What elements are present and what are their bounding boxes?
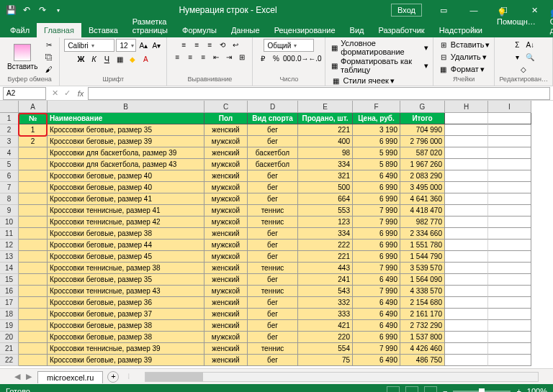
- row-header[interactable]: 6: [0, 170, 19, 182]
- sheet-nav-prev-icon[interactable]: ◀: [14, 372, 20, 381]
- cell-empty[interactable]: [445, 286, 488, 297]
- cell[interactable]: бег: [248, 228, 298, 240]
- tab-formulas[interactable]: Формулы: [175, 23, 224, 37]
- cell[interactable]: бег: [248, 309, 298, 320]
- page-break-view-button[interactable]: [424, 386, 437, 392]
- cell-empty[interactable]: [445, 216, 488, 228]
- cell[interactable]: Кроссовки беговые, размер 38: [48, 320, 204, 332]
- font-name-combo[interactable]: Calibri: [64, 39, 114, 52]
- sheet-tab[interactable]: microexcel.ru: [37, 371, 103, 383]
- cell-empty[interactable]: [488, 113, 531, 124]
- cell[interactable]: 241: [298, 274, 353, 286]
- row-header[interactable]: 16: [0, 286, 19, 297]
- cell-empty[interactable]: [445, 193, 488, 205]
- cell[interactable]: женский: [204, 274, 248, 286]
- zoom-in-button[interactable]: +: [516, 387, 521, 392]
- cell-empty[interactable]: [445, 159, 488, 170]
- column-header[interactable]: D: [248, 101, 298, 113]
- cell[interactable]: 7 990: [353, 263, 400, 274]
- cell[interactable]: 3 539 570: [400, 263, 445, 274]
- cell-empty[interactable]: [488, 136, 531, 147]
- cell[interactable]: 704 990: [400, 124, 445, 136]
- cell-empty[interactable]: [488, 297, 531, 309]
- copy-icon[interactable]: ⿻: [43, 52, 55, 63]
- tab-addins[interactable]: Надстройки: [432, 23, 490, 37]
- merge-icon[interactable]: ⊞: [236, 51, 248, 63]
- cell-empty[interactable]: [488, 170, 531, 182]
- cell-empty[interactable]: [445, 320, 488, 332]
- cell[interactable]: 334: [298, 228, 353, 240]
- cell[interactable]: 2: [19, 136, 48, 147]
- cell[interactable]: 1 551 780: [400, 240, 445, 251]
- ribbon-display-icon[interactable]: ▭: [429, 0, 458, 20]
- cell-empty[interactable]: [445, 355, 488, 366]
- underline-button[interactable]: Ч: [101, 53, 112, 65]
- cell-empty[interactable]: [445, 182, 488, 193]
- cell[interactable]: женский: [204, 263, 248, 274]
- increase-decimal-icon[interactable]: .0→: [296, 53, 307, 64]
- cell[interactable]: теннис: [248, 286, 298, 297]
- cell-empty[interactable]: [445, 309, 488, 320]
- format-cells-button[interactable]: ▦Формат ▾: [438, 63, 485, 75]
- cell[interactable]: 6 990: [353, 228, 400, 240]
- cell[interactable]: Кроссовки беговые, размер 40: [48, 182, 204, 193]
- cell[interactable]: теннис: [248, 343, 298, 355]
- cell-empty[interactable]: [445, 170, 488, 182]
- row-header[interactable]: 18: [0, 309, 19, 320]
- cell[interactable]: мужской: [204, 216, 248, 228]
- cell[interactable]: бег: [248, 355, 298, 366]
- cell-empty[interactable]: [445, 274, 488, 286]
- table-header-cell[interactable]: №: [19, 113, 48, 124]
- sheet-nav-next-icon[interactable]: ▶: [26, 372, 32, 381]
- cell[interactable]: теннис: [248, 205, 298, 216]
- cell[interactable]: 6 990: [353, 251, 400, 263]
- cell-empty[interactable]: [488, 355, 531, 366]
- cell[interactable]: 221: [298, 251, 353, 263]
- formula-input[interactable]: [88, 87, 550, 100]
- cell[interactable]: 400: [298, 136, 353, 147]
- cell[interactable]: Кроссовки беговые, размер 37: [48, 309, 204, 320]
- cell[interactable]: [19, 170, 48, 182]
- cell[interactable]: Кроссовки беговые, размер 45: [48, 251, 204, 263]
- zoom-out-button[interactable]: −: [443, 387, 447, 392]
- add-sheet-button[interactable]: +: [107, 371, 119, 383]
- cell[interactable]: бег: [248, 170, 298, 182]
- cell[interactable]: 75: [298, 355, 353, 366]
- cell[interactable]: Кроссовки беговые, размер 39: [48, 136, 204, 147]
- row-header[interactable]: 17: [0, 297, 19, 309]
- row-header[interactable]: 20: [0, 332, 19, 343]
- increase-font-icon[interactable]: A▴: [138, 40, 149, 51]
- tab-share[interactable]: 👥 Общий доступ: [543, 5, 553, 37]
- align-right-icon[interactable]: ≡: [197, 51, 209, 63]
- tab-developer[interactable]: Разработчик: [372, 23, 432, 37]
- cell[interactable]: теннис: [248, 216, 298, 228]
- cell-empty[interactable]: [445, 343, 488, 355]
- column-header[interactable]: A: [19, 101, 48, 113]
- spreadsheet-grid[interactable]: ABCDEFGHI1№НаименованиеПолВид спортаПрод…: [0, 101, 553, 368]
- cell-empty[interactable]: [445, 297, 488, 309]
- cell[interactable]: 1 564 090: [400, 274, 445, 286]
- cell[interactable]: 2 796 000: [400, 136, 445, 147]
- align-left-icon[interactable]: ≡: [171, 51, 183, 63]
- cell-empty[interactable]: [445, 332, 488, 343]
- cell[interactable]: 587 020: [400, 147, 445, 159]
- decrease-indent-icon[interactable]: ⇤: [210, 51, 222, 63]
- row-header[interactable]: 2: [0, 124, 19, 136]
- column-header[interactable]: I: [488, 101, 531, 113]
- fill-color-button[interactable]: ◆: [127, 53, 138, 65]
- cell[interactable]: 6 990: [353, 332, 400, 343]
- cell[interactable]: женский: [204, 309, 248, 320]
- cancel-formula-icon[interactable]: ✕: [49, 88, 61, 98]
- cell[interactable]: 220: [298, 332, 353, 343]
- cell[interactable]: Кроссовки беговые, размер 39: [48, 355, 204, 366]
- cell[interactable]: женский: [204, 124, 248, 136]
- increase-indent-icon[interactable]: ⇥: [223, 51, 235, 63]
- cell-empty[interactable]: [488, 332, 531, 343]
- cell[interactable]: женский: [204, 343, 248, 355]
- cell-empty[interactable]: [488, 343, 531, 355]
- undo-icon[interactable]: ↶: [20, 4, 33, 17]
- cell[interactable]: 7 990: [353, 216, 400, 228]
- row-header[interactable]: 1: [0, 113, 19, 124]
- column-header[interactable]: G: [400, 101, 445, 113]
- cell[interactable]: женский: [204, 228, 248, 240]
